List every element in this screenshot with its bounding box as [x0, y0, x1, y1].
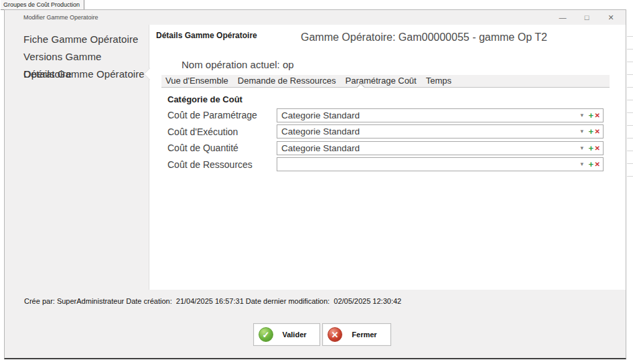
sidebar: Fiche Gamme Opératoire Versions Gamme Op… — [5, 25, 149, 290]
remove-icon[interactable]: ✕ — [595, 141, 600, 155]
form-row-cout-execution: Coût d'Exécution ▾ + ✕ — [167, 124, 604, 141]
status-text: Crée par: SuperAdministrateur Date créat… — [5, 290, 626, 305]
gamme-header-title: Gamme Opératoire: Gam00000055 - gamme Op… — [301, 31, 547, 43]
section-title: Détails Gamme Opératoire — [156, 31, 257, 40]
form-row-cout-quantite: Coût de Quantité ▾ + ✕ — [167, 140, 604, 157]
close-icon[interactable]: ✕ — [599, 10, 623, 25]
dropdown-icon[interactable]: ▾ — [580, 124, 583, 139]
cost-category-form: Coût de Paramétrage ▾ + ✕ Coût d'Exécuti… — [167, 107, 604, 173]
tab-temps[interactable]: Temps — [426, 75, 451, 87]
field-input-wrap: ▾ + ✕ — [277, 157, 604, 171]
check-icon: ✓ — [259, 327, 273, 342]
valider-label: Valider — [273, 331, 320, 339]
field-label: Coût de Quantité — [167, 143, 277, 153]
sidebar-item-fiche-gamme-operatoire[interactable]: Fiche Gamme Opératoire — [5, 31, 149, 48]
sidebar-item-versions-gamme-operatoire[interactable]: Versions Gamme Opératoire — [5, 48, 149, 66]
sidebar-item-label: Détails Gamme Opératoire — [23, 68, 145, 80]
add-icon[interactable]: + — [588, 108, 593, 122]
field-label: Coût d'Exécution — [167, 126, 277, 137]
maximize-icon[interactable]: □ — [575, 10, 599, 25]
background-grid-strip — [627, 24, 633, 178]
tab-demande-de-ressources[interactable]: Demande de Ressources — [238, 75, 336, 87]
form-row-cout-parametrage: Coût de Paramétrage ▾ + ✕ — [167, 107, 604, 124]
cout-ressources-input[interactable] — [277, 157, 604, 171]
sidebar-item-details-gamme-operatoire[interactable]: Détails Gamme Opératoire — [5, 66, 149, 83]
fermer-label: Fermer — [342, 331, 391, 339]
add-icon[interactable]: + — [588, 124, 593, 139]
dropdown-icon[interactable]: ▾ — [580, 108, 583, 122]
tab-vue-densemble[interactable]: Vue d'Ensemble — [165, 75, 228, 87]
fermer-button[interactable]: ✕ Fermer — [322, 323, 391, 346]
dialog-title: Modifier Gamme Operatoire — [23, 14, 98, 21]
dialog-titlebar[interactable]: Modifier Gamme Operatoire — □ ✕ — [5, 10, 626, 25]
remove-icon[interactable]: ✕ — [595, 108, 600, 122]
modifier-gamme-operatoire-dialog: Modifier Gamme Operatoire — □ ✕ Fiche Ga… — [4, 9, 626, 359]
cout-quantite-input[interactable] — [277, 141, 604, 155]
remove-icon[interactable]: ✕ — [595, 124, 600, 139]
window-controls: — □ ✕ — [551, 10, 623, 25]
field-input-wrap: ▾ + ✕ — [277, 108, 604, 122]
field-input-wrap: ▾ + ✕ — [277, 124, 604, 139]
field-input-wrap: ▾ + ✕ — [277, 141, 604, 155]
operation-name-line: Nom opération actuel: op — [182, 59, 294, 70]
valider-button[interactable]: ✓ Valider — [253, 323, 320, 346]
dropdown-icon[interactable]: ▾ — [580, 157, 583, 171]
dropdown-icon[interactable]: ▾ — [580, 141, 583, 155]
cout-execution-input[interactable] — [277, 124, 604, 139]
field-label: Coût de Ressources — [167, 159, 277, 170]
cross-icon: ✕ — [328, 327, 342, 342]
content-pane: Détails Gamme Opératoire Gamme Opératoir… — [149, 25, 626, 290]
detail-tabstrip: Vue d'Ensemble Demande de Ressources Par… — [161, 75, 610, 88]
background-tab-label: Groupes de Coût Production — [3, 1, 80, 8]
form-row-cout-ressources: Coût de Ressources ▾ + ✕ — [167, 157, 604, 173]
field-label: Coût de Paramétrage — [167, 110, 277, 120]
cout-parametrage-input[interactable] — [277, 108, 604, 122]
cost-group-title: Catégorie de Coût — [167, 94, 242, 104]
add-icon[interactable]: + — [588, 141, 593, 155]
screen: Groupes de Coût Production Modifier Gamm… — [0, 0, 633, 364]
background-tab-groupes-cout-production[interactable]: Groupes de Coût Production — [1, 0, 84, 10]
sidebar-item-label: Fiche Gamme Opératoire — [23, 33, 138, 45]
status-bar: Crée par: SuperAdministrateur Date créat… — [5, 290, 626, 310]
tab-parametrage-cout[interactable]: Paramétrage Coût — [345, 75, 416, 87]
dialog-body: Fiche Gamme Opératoire Versions Gamme Op… — [5, 25, 626, 290]
add-icon[interactable]: + — [588, 157, 593, 171]
minimize-icon[interactable]: — — [551, 10, 575, 25]
remove-icon[interactable]: ✕ — [595, 157, 600, 171]
